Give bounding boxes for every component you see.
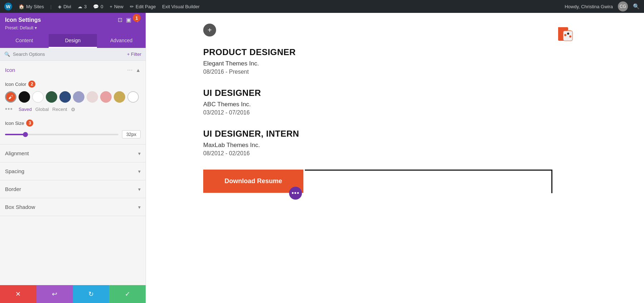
job-company-2: MaxLab Themes Inc. <box>203 142 572 149</box>
section-dots-icon[interactable]: ⋯ <box>127 67 133 73</box>
divi-icon: ◈ <box>58 4 62 9</box>
swatch-dark-green[interactable] <box>46 91 57 103</box>
color-settings-icon[interactable]: ⚙ <box>71 107 75 112</box>
swatch-dark-blue[interactable] <box>59 91 71 103</box>
saved-global-row: ••• Saved Global Recent ⚙ <box>5 106 141 113</box>
icon-section-content: Icon Color 2 🖌 <box>0 79 146 144</box>
tab-content[interactable]: Content <box>0 34 49 48</box>
save-button[interactable]: ✓ <box>109 285 146 303</box>
icon-size-label-row: Icon Size 3 <box>5 119 141 127</box>
alignment-chevron[interactable]: ▾ <box>138 151 141 156</box>
global-tab[interactable]: Global <box>35 107 49 112</box>
admin-bar-exitbuilder[interactable]: Exit Visual Builder <box>162 4 200 9</box>
search-icon[interactable]: 🔍 <box>633 3 640 10</box>
job-title-1: UI DESIGNER <box>203 88 572 98</box>
spacing-chevron[interactable]: ▾ <box>138 168 141 174</box>
comment-icon: 💬 <box>93 4 99 9</box>
icon-section-header[interactable]: Icon ⋯ ▲ <box>0 61 146 79</box>
swatch-light-pink[interactable] <box>87 91 98 103</box>
alignment-section: Alignment ▾ <box>0 145 146 162</box>
swatch-white[interactable] <box>32 91 44 103</box>
tab-design[interactable]: Design <box>49 34 97 48</box>
job-company-1: ABC Themes Inc. <box>203 101 572 108</box>
recent-tab[interactable]: Recent <box>52 107 67 112</box>
floating-dots-button[interactable]: ••• <box>289 187 302 200</box>
admin-bar-cloud[interactable]: ☁ 3 <box>78 4 87 9</box>
reset-button[interactable]: ↩ <box>36 285 73 303</box>
border-section-header[interactable]: Border ▾ <box>0 180 146 198</box>
dots-sm-icon: ••• <box>5 106 13 113</box>
spacing-section-title: Spacing <box>5 168 24 174</box>
spacing-section: Spacing ▾ <box>0 162 146 180</box>
icon-section: Icon ⋯ ▲ Icon Color 2 🖌 <box>0 61 146 145</box>
plus-icon: + <box>109 4 112 9</box>
icon-section-chevron[interactable]: ▲ <box>136 67 141 73</box>
avatar[interactable]: CG <box>618 1 628 11</box>
sep1: | <box>50 4 52 9</box>
slider-track[interactable] <box>5 134 118 135</box>
slider-thumb[interactable] <box>23 132 28 137</box>
layout-icon[interactable]: ▣ <box>126 16 131 23</box>
wp-logo-icon[interactable]: W <box>4 3 12 10</box>
tab-advanced[interactable]: Advanced <box>97 34 146 48</box>
slider-fill <box>5 134 25 135</box>
icon-color-label: Icon Color <box>5 82 26 87</box>
admin-bar-mysites[interactable]: 🏠 My Sites <box>19 4 44 9</box>
admin-bar-right: Howdy, Christina Gwira CG 🔍 <box>565 1 640 11</box>
job-dates-0: 08/2016 - Present <box>203 69 572 75</box>
cancel-button[interactable]: ✕ <box>0 285 36 303</box>
swatch-pink[interactable] <box>100 91 112 103</box>
resize-icon[interactable]: ⊡ <box>118 16 122 23</box>
slider-value[interactable]: 32px <box>122 130 141 138</box>
border-chevron[interactable]: ▾ <box>138 186 141 192</box>
badge-2: 2 <box>28 80 35 88</box>
badge-3: 3 <box>26 119 33 127</box>
swatch-lavender[interactable] <box>73 91 84 103</box>
icon-size-label: Icon Size <box>5 121 24 126</box>
left-panel: Icon Settings ⊡ ▣ ⋮ Preset: Default ▾ 1 … <box>0 13 146 303</box>
home-icon: 🏠 <box>19 4 24 9</box>
add-section-button[interactable]: + <box>203 24 216 36</box>
preset-dropdown-icon[interactable]: ▾ <box>35 25 37 30</box>
panel-header: Icon Settings ⊡ ▣ ⋮ Preset: Default ▾ 1 <box>0 13 146 34</box>
swatch-gold[interactable] <box>114 91 125 103</box>
job-company-0: Elegant Themes Inc. <box>203 60 572 67</box>
admin-bar-editpage[interactable]: ✏ Edit Page <box>130 4 156 9</box>
admin-bar-divi[interactable]: ◈ Divi <box>58 4 71 9</box>
search-icon-panel: 🔍 <box>4 52 10 57</box>
panel-title: Icon Settings <box>5 17 41 23</box>
cloud-icon: ☁ <box>78 4 82 9</box>
download-resume-button[interactable]: Download Resume <box>203 170 303 193</box>
admin-bar-comments[interactable]: 💬 0 <box>93 4 103 9</box>
color-swatches: 🖌 <box>5 91 141 103</box>
box-shadow-section-header[interactable]: Box Shadow ▾ <box>0 198 146 216</box>
search-input[interactable] <box>13 52 124 57</box>
alignment-section-header[interactable]: Alignment ▾ <box>0 145 146 162</box>
preset-label: Preset: Default <box>5 25 33 30</box>
admin-bar-new[interactable]: + New <box>109 4 123 9</box>
border-section: Border ▾ <box>0 180 146 198</box>
swatch-none[interactable] <box>127 91 139 103</box>
box-shadow-chevron[interactable]: ▾ <box>138 204 141 210</box>
redo-button[interactable]: ↻ <box>73 285 109 303</box>
swatch-black[interactable] <box>19 91 30 103</box>
job-dates-2: 08/2012 - 02/2016 <box>203 150 572 157</box>
panel-tabs: Content Design Advanced <box>0 34 146 48</box>
saved-tab[interactable]: Saved <box>19 107 32 112</box>
brush-icon: 🖌 <box>8 94 13 100</box>
panel-actions: ✕ ↩ ↻ ✓ <box>0 285 146 303</box>
box-shadow-section: Box Shadow ▾ <box>0 198 146 216</box>
slider-row: 32px <box>5 130 141 138</box>
user-label: Howdy, Christina Gwira <box>565 4 613 9</box>
spacing-section-header[interactable]: Spacing ▾ <box>0 162 146 180</box>
job-entry-1: UI DESIGNER ABC Themes Inc. 03/2012 - 07… <box>203 88 572 116</box>
alignment-section-title: Alignment <box>5 150 29 156</box>
box-shadow-section-title: Box Shadow <box>5 204 35 210</box>
download-area: Download Resume ••• <box>203 170 572 193</box>
filter-button[interactable]: + Filter <box>127 52 141 57</box>
job-title-0: PRODUCT DESIGNER <box>203 47 572 57</box>
job-title-2: UI DESIGNER, INTERN <box>203 129 572 139</box>
icon-color-label-row: Icon Color 2 <box>5 80 141 88</box>
swatch-orange[interactable]: 🖌 <box>5 91 16 103</box>
job-dates-1: 03/2012 - 07/2016 <box>203 109 572 116</box>
